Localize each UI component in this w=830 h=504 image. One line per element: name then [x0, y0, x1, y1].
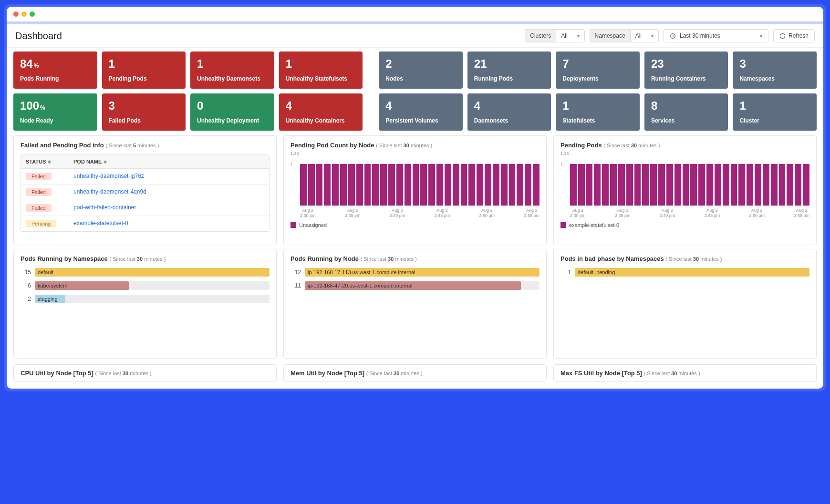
metric-card[interactable]: 0Unhealthy Deployment [190, 93, 274, 131]
chart-bar[interactable] [674, 164, 681, 206]
clusters-select[interactable]: All ▾ [556, 29, 584, 42]
table-row[interactable]: Failedunhealthy-daemonset-jg76z [21, 169, 269, 185]
chart-bar[interactable] [586, 164, 593, 206]
metric-card[interactable]: 100%Node Ready [13, 93, 97, 131]
refresh-button[interactable]: Refresh [773, 29, 815, 42]
chart-bar[interactable] [578, 164, 585, 206]
chart-bar[interactable] [771, 164, 778, 206]
chart-bar[interactable] [428, 164, 435, 206]
chart-bar[interactable] [602, 164, 609, 206]
chart-bar[interactable] [683, 164, 689, 206]
chart-bar[interactable] [332, 164, 339, 206]
chart-bar[interactable] [626, 164, 633, 206]
metric-card[interactable]: 2Nodes [379, 51, 463, 89]
chart-bar[interactable] [690, 164, 697, 206]
chart-bar[interactable] [795, 164, 801, 206]
chart-bar[interactable] [666, 164, 673, 206]
col-header-status[interactable]: STATUS◆ [21, 155, 69, 168]
chart-bar[interactable] [517, 164, 523, 206]
chart-bar[interactable] [445, 164, 451, 206]
metric-card[interactable]: 1Pending Pods [102, 51, 186, 89]
chart-bar[interactable] [779, 164, 786, 206]
metric-card[interactable]: 7Deployments [556, 51, 640, 89]
table-row[interactable]: Failedpod-with-failed-container [21, 200, 269, 216]
metric-card[interactable]: 4Daemonsets [467, 93, 551, 131]
table-row[interactable]: Pendingexample-statefulset-0 [21, 216, 269, 231]
chart-bar[interactable] [658, 164, 665, 206]
chart-bar[interactable] [405, 164, 411, 206]
time-range-select[interactable]: Last 30 minutes ▾ [664, 29, 768, 42]
window-close-icon[interactable] [13, 11, 19, 17]
chart-bar[interactable] [468, 164, 475, 206]
metric-card[interactable]: 1Statefulsets [556, 93, 640, 131]
chart-bar[interactable] [738, 164, 745, 206]
cell-podname[interactable]: unhealthy-daemonset-4qn9d [69, 185, 269, 200]
chart-bar[interactable] [723, 164, 729, 206]
metric-card[interactable]: 1Unhealthy Daemonsets [190, 51, 274, 89]
chart-bar[interactable] [715, 164, 721, 206]
chart-bar[interactable] [420, 164, 427, 206]
chart-bar[interactable] [642, 164, 649, 206]
chart-bar[interactable] [340, 164, 347, 206]
metric-card[interactable]: 1Unhealthy Statefulsets [279, 51, 363, 89]
chart-bar[interactable] [436, 164, 443, 206]
chart-bar[interactable] [525, 164, 531, 206]
hbar-row[interactable]: 2stagging [21, 295, 270, 303]
metric-card[interactable]: 4Unhealthy Containers [279, 93, 363, 131]
chart-bar[interactable] [763, 164, 769, 206]
col-header-podname[interactable]: POD NAME◆ [69, 155, 269, 168]
hbar-row[interactable]: 6kube-system [21, 281, 270, 290]
metric-card[interactable]: 21Running Pods [467, 51, 551, 89]
chart-bar[interactable] [348, 164, 355, 206]
chart-bar[interactable] [372, 164, 379, 206]
metric-card[interactable]: 8Services [644, 93, 728, 131]
table-row[interactable]: Failedunhealthy-daemonset-4qn9d [21, 185, 269, 200]
window-maximize-icon[interactable] [30, 11, 35, 17]
cell-podname[interactable]: pod-with-failed-container [69, 200, 269, 216]
metric-card[interactable]: 84%Pods Running [13, 51, 97, 89]
chart-bar[interactable] [396, 164, 403, 206]
chart-bar[interactable] [570, 164, 577, 206]
chart-bar[interactable] [388, 164, 395, 206]
metric-card[interactable]: 3Failed Pods [102, 93, 186, 131]
chart-bar[interactable] [308, 164, 315, 206]
chart-bar[interactable] [706, 164, 713, 206]
chart-bar[interactable] [477, 164, 483, 206]
chart-bar[interactable] [364, 164, 371, 206]
chart-bar[interactable] [380, 164, 387, 206]
metric-card[interactable]: 3Namespaces [733, 51, 817, 89]
chart-bar[interactable] [618, 164, 625, 206]
chart-bar[interactable] [300, 164, 307, 206]
chart-bar[interactable] [755, 164, 761, 206]
hbar-row[interactable]: 12ip-192-168-17-113.us-west-1.compute.in… [290, 268, 540, 277]
chart-bar[interactable] [413, 164, 419, 206]
chart-bar[interactable] [698, 164, 705, 206]
chart-bar[interactable] [509, 164, 516, 206]
chart-bar[interactable] [324, 164, 331, 206]
chart-bar[interactable] [485, 164, 491, 206]
cell-podname[interactable]: example-statefulset-0 [69, 216, 269, 231]
window-minimize-icon[interactable] [21, 11, 27, 17]
chart-bar[interactable] [594, 164, 601, 206]
chart-bar[interactable] [634, 164, 641, 206]
chart-bar[interactable] [610, 164, 617, 206]
chart-bar[interactable] [803, 164, 809, 206]
chart-bar[interactable] [316, 164, 323, 206]
hbar-row[interactable]: 11ip-192-168-47-20.us-west-1.compute.int… [290, 281, 540, 290]
chart-bar[interactable] [650, 164, 657, 206]
chart-bar[interactable] [453, 164, 459, 206]
hbar-row[interactable]: 15default [21, 268, 270, 277]
metric-card[interactable]: 23Running Containers [644, 51, 728, 89]
chart-bar[interactable] [731, 164, 737, 206]
hbar-row[interactable]: 1default, pending [560, 268, 809, 277]
metric-card[interactable]: 1Cluster [733, 93, 817, 131]
chart-bar[interactable] [787, 164, 793, 206]
chart-bar[interactable] [501, 164, 508, 206]
chart-bar[interactable] [493, 164, 499, 206]
chart-bar[interactable] [747, 164, 753, 206]
chart-bar[interactable] [461, 164, 467, 206]
metric-card[interactable]: 4Persistent Volumes [379, 93, 463, 131]
chart-bar[interactable] [356, 164, 363, 206]
namespace-select[interactable]: All ▾ [630, 29, 659, 42]
cell-podname[interactable]: unhealthy-daemonset-jg76z [69, 169, 269, 184]
